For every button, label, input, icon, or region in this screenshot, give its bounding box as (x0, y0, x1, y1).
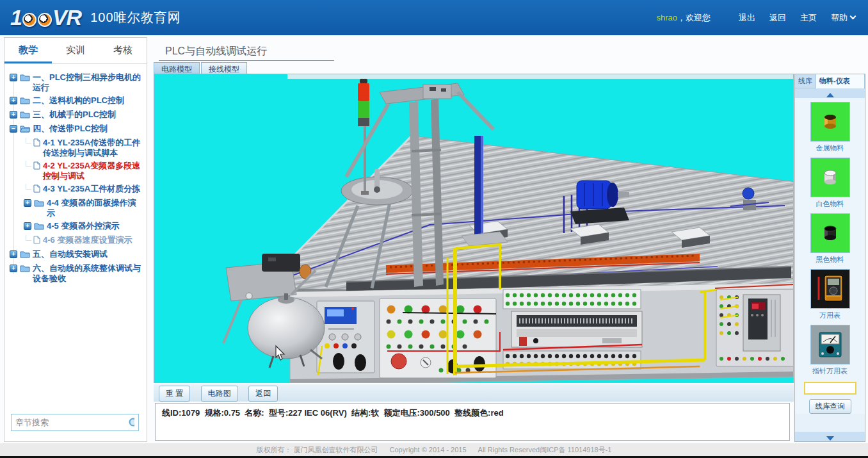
tree-item-label[interactable]: 四、传送带PLC控制 (33, 124, 108, 134)
3d-simulation-viewport[interactable] (154, 74, 794, 383)
materials-list: 金属物料 白色物料 (795, 98, 865, 414)
tree-item[interactable]: 五、自动线安装调试 (10, 249, 144, 261)
3d-scene[interactable] (154, 74, 794, 383)
page: 1 VR 100唯尔教育网 shrao ，欢迎您 退出 返回 主页 帮助 教学 … (0, 0, 868, 458)
multimeter-thumbnail[interactable] (810, 269, 850, 309)
instrument-item-label[interactable]: 指针万用表 (795, 366, 865, 376)
tree-item-label[interactable]: 4-5 变频器外控演示 (47, 221, 119, 231)
tab-teaching[interactable]: 教学 (4, 38, 52, 63)
tree-item[interactable]: 4-3 YL-235A工件材质分拣 (24, 184, 144, 195)
tab-wire-library[interactable]: 线库 (795, 74, 816, 88)
header-nav: shrao ，欢迎您 退出 返回 主页 帮助 (656, 12, 855, 24)
folder-icon (20, 250, 30, 261)
material-item-label[interactable]: 黑色物料 (795, 255, 865, 265)
tree-item-label[interactable]: 4-6 变频器速度设置演示 (43, 235, 132, 245)
tree-item[interactable]: 一、PLC控制三相异步电机的运行 (10, 72, 144, 93)
metal-material-thumbnail[interactable] (810, 102, 850, 142)
tree-item-label[interactable]: 五、自动线安装调试 (33, 249, 108, 259)
nav-help[interactable]: 帮助 (831, 12, 855, 24)
instrument-item-multimeter[interactable]: 万用表 (795, 269, 865, 320)
material-item-black[interactable]: 黑色物料 (795, 213, 865, 265)
chapter-search-input[interactable] (15, 418, 128, 427)
tree-item[interactable]: 二、送料机构的PLC控制 (10, 95, 144, 107)
black-cylinder-icon (819, 222, 841, 244)
footer-icp: All Rights Reserved闽ICP备 11014918号-1 (478, 445, 612, 455)
white-material-thumbnail[interactable] (810, 158, 850, 197)
chapter-search-box (11, 414, 139, 431)
expand-plus-icon[interactable] (10, 265, 17, 272)
tree-connector (26, 184, 31, 190)
tree-item-selected[interactable]: 4-2 YL-235A变频器多段速控制与调试 (24, 161, 144, 181)
tree-item[interactable]: 4-1 YL-235A传送带的工件传送控制与调试脚本 (24, 138, 144, 158)
course-sidebar: 教学 实训 考核 一、PLC控制三相异步电机的运行 二、送料机构的PLC控制 三… (4, 37, 147, 442)
tree-item[interactable]: 4-6 变频器速度设置演示 (24, 235, 144, 247)
tree-connector (26, 161, 31, 167)
material-item-label[interactable]: 白色物料 (795, 199, 865, 209)
expand-plus-icon[interactable] (10, 74, 17, 81)
wire-id-input[interactable] (804, 382, 856, 395)
top-header-bar: 1 VR 100唯尔教育网 shrao ，欢迎您 退出 返回 主页 帮助 (0, 0, 868, 35)
expand-plus-icon[interactable] (24, 199, 31, 207)
material-item-white[interactable]: 白色物料 (795, 158, 865, 209)
logo-text-vr: VR (52, 5, 81, 30)
analog-multimeter-icon (814, 329, 846, 361)
tree-item-label[interactable]: 4-1 YL-235A传送带的工件传送控制与调试脚本 (43, 138, 144, 158)
inverter-panel[interactable] (715, 284, 794, 366)
title-divider (159, 60, 334, 61)
white-cylinder-icon (819, 167, 841, 188)
tab-training[interactable]: 实训 (52, 38, 99, 63)
search-icon[interactable] (128, 417, 134, 429)
tab-assessment[interactable]: 考核 (99, 38, 147, 63)
analog-multimeter-thumbnail[interactable] (810, 325, 850, 364)
site-logo[interactable]: 1 VR (10, 5, 81, 30)
material-item-label[interactable]: 金属物料 (795, 143, 865, 153)
tree-item-label[interactable]: 六、自动线的系统整体调试与设备验收 (33, 263, 144, 284)
tree-item[interactable]: 4-4 变频器的面板操作演示 (24, 198, 144, 218)
folder-icon (20, 96, 30, 107)
reset-button[interactable]: 重 置 (159, 386, 190, 402)
tree-item-label[interactable]: 二、送料机构的PLC控制 (33, 95, 124, 106)
tree-item-expanded[interactable]: 四、传送带PLC控制 (10, 124, 144, 135)
multimeter-icon (814, 273, 846, 305)
expand-plus-icon[interactable] (10, 97, 17, 104)
tree-connector (26, 138, 31, 143)
chevron-down-icon (850, 13, 856, 19)
display-module-panel[interactable] (317, 301, 374, 375)
folder-icon (34, 199, 44, 209)
tree-item-label[interactable]: 4-4 变频器的面板操作演示 (47, 198, 144, 218)
footer: 版权所有： 厦门凤凰创壹软件有限公司 Copyright © 2014 - 20… (0, 443, 868, 456)
expand-plus-icon[interactable] (24, 222, 31, 230)
expand-plus-icon[interactable] (10, 111, 17, 119)
document-icon (33, 161, 40, 172)
scroll-down-strip[interactable] (795, 432, 865, 441)
tree-item-label[interactable]: 4-2 YL-235A变频器多段速控制与调试 (43, 161, 144, 181)
sidebar-tabs: 教学 实训 考核 (4, 38, 147, 64)
scroll-up-strip[interactable] (795, 88, 865, 98)
materials-panel: 线库 物料-仪表 金属物料 (794, 74, 865, 442)
black-material-thumbnail[interactable] (810, 213, 850, 253)
tree-item[interactable]: 三、机械手的PLC控制 (10, 110, 144, 121)
expand-plus-icon[interactable] (10, 250, 17, 258)
instrument-item-label[interactable]: 万用表 (795, 311, 865, 320)
document-icon (33, 184, 40, 195)
collapse-minus-icon[interactable] (10, 125, 17, 133)
logo-eye-icon (22, 13, 36, 27)
tree-item-label[interactable]: 一、PLC控制三相异步电机的运行 (33, 72, 144, 93)
tab-materials-instruments[interactable]: 物料-仪表 (816, 74, 865, 88)
tree-item[interactable]: 4-5 变频器外控演示 (24, 221, 144, 233)
folder-icon (20, 110, 30, 121)
back-button[interactable]: 返回 (248, 386, 278, 402)
instrument-item-analog-multimeter[interactable]: 指针万用表 (795, 325, 865, 376)
nav-logout[interactable]: 退出 (739, 12, 755, 24)
tree-item-label[interactable]: 4-3 YL-235A工件材质分拣 (43, 184, 140, 194)
nav-back[interactable]: 返回 (769, 12, 786, 24)
plc-module[interactable] (503, 290, 642, 369)
tree-item-label[interactable]: 三、机械手的PLC控制 (33, 110, 116, 120)
circuit-diagram-button[interactable]: 电路图 (201, 386, 238, 402)
material-item-metal[interactable]: 金属物料 (795, 102, 865, 153)
wire-library-query-button[interactable]: 线库查询 (809, 399, 851, 414)
tree-item[interactable]: 六、自动线的系统整体调试与设备验收 (10, 263, 144, 284)
nav-home[interactable]: 主页 (800, 12, 817, 24)
username[interactable]: shrao (656, 13, 677, 22)
site-title: 100唯尔教育网 (90, 9, 181, 26)
